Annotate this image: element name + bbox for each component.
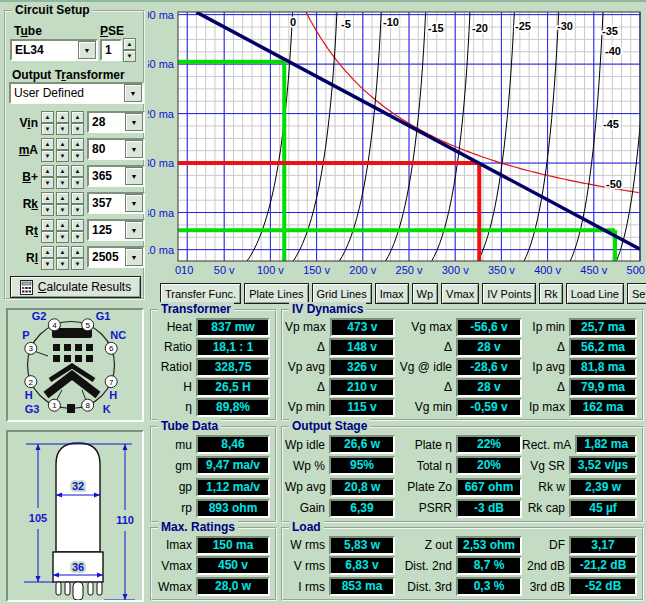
spin-down-button[interactable]: ▼	[41, 258, 54, 270]
field-label: Wp %	[285, 459, 329, 473]
toolbar-button-wp[interactable]: Wp	[412, 283, 439, 304]
field-label: Δ	[395, 380, 456, 394]
chevron-down-icon[interactable]: ▼	[125, 113, 143, 131]
spin-up-button[interactable]: ▲	[41, 111, 54, 123]
output-transformer-value: User Defined	[11, 86, 124, 100]
output-transformer-select[interactable]: User Defined ▼	[9, 82, 144, 104]
toolbar-button-rk[interactable]: Rk	[539, 283, 562, 304]
field-label: V rms	[285, 559, 329, 573]
spin-down-button[interactable]: ▼	[56, 150, 69, 162]
spin-up-button[interactable]: ▲	[71, 111, 84, 123]
result-row: H26,5 H	[154, 378, 270, 397]
spin-up-button[interactable]: ▲	[71, 165, 84, 177]
electrode-structure	[31, 327, 98, 403]
pin-label-g2: G2	[32, 310, 47, 322]
toolbar-button-setup[interactable]: Setup	[627, 283, 646, 304]
spin-up-button[interactable]: ▲	[71, 219, 84, 231]
spin-down-button[interactable]: ▼	[41, 204, 54, 216]
toolbar-button-imax[interactable]: Imax	[375, 283, 409, 304]
field-label: η	[154, 400, 196, 414]
field-value: 28,0 w	[196, 577, 270, 596]
spin-down-button[interactable]: ▼	[71, 150, 84, 162]
plate-curves-svg[interactable]: 0-5-10-15-20-25-30-35-40-45-50200 ma160 …	[148, 2, 646, 280]
toolbar-button-load-line[interactable]: Load Line	[566, 283, 624, 304]
pse-field[interactable]: 1	[100, 39, 122, 61]
plate-curves-graph[interactable]: 0-5-10-15-20-25-30-35-40-45-50200 ma160 …	[148, 2, 646, 280]
spin-down-button[interactable]: ▼	[41, 177, 54, 189]
glass-height-dim: 105	[29, 512, 47, 524]
field-value: 2,39 w	[569, 478, 637, 497]
spin-down-button[interactable]: ▼	[71, 231, 84, 243]
spin-up-button[interactable]: ▲	[71, 192, 84, 204]
svg-text:450 v: 450 v	[580, 264, 607, 276]
spin-down-button[interactable]: ▼	[71, 177, 84, 189]
rl-select[interactable]: 2505 ▼	[87, 246, 145, 268]
chevron-down-icon[interactable]: ▼	[125, 221, 143, 239]
spin-up-button[interactable]: ▲	[41, 219, 54, 231]
toolbar-button-grid-lines[interactable]: Grid Lines	[312, 283, 372, 304]
spin-down-button[interactable]: ▼	[71, 258, 84, 270]
spin-down-button[interactable]: ▼	[56, 231, 69, 243]
circuit-setup-title: Circuit Setup	[12, 3, 93, 17]
result-row: Wmax28,0 w	[154, 577, 270, 596]
chevron-down-icon[interactable]: ▼	[78, 41, 96, 59]
calculate-results-button[interactable]: Calculate Results	[10, 276, 141, 298]
field-value: 8,46	[196, 435, 270, 454]
spin-up-button[interactable]: ▲	[56, 165, 69, 177]
field-value: 26,5 H	[196, 378, 270, 397]
result-row: Rk w2,39 w	[522, 478, 637, 497]
spin-up-button[interactable]: ▲	[56, 192, 69, 204]
spin-down-button[interactable]: ▼	[123, 50, 136, 62]
vin-select[interactable]: 28 ▼	[87, 111, 145, 133]
chevron-down-icon[interactable]: ▼	[124, 84, 142, 102]
field-label: Z out	[395, 538, 456, 552]
ma-select[interactable]: 80 ▼	[87, 138, 145, 160]
spin-up-button[interactable]: ▲	[56, 138, 69, 150]
spin-down-button[interactable]: ▼	[41, 231, 54, 243]
spin-down-button[interactable]: ▼	[56, 123, 69, 135]
spin-up-button[interactable]: ▲	[71, 246, 84, 258]
spin-up-button[interactable]: ▲	[123, 38, 136, 50]
field-label: DF	[522, 538, 569, 552]
result-row: 3rd dB-52 dB	[522, 577, 637, 596]
field-value: 25,7 ma	[569, 318, 637, 337]
rk-select[interactable]: 357 ▼	[87, 192, 145, 214]
spin-down-button[interactable]: ▼	[41, 123, 54, 135]
panel-column: Vp max473 vΔ148 vVp avg326 vΔ210 vVp min…	[285, 317, 395, 417]
spin-up-button[interactable]: ▲	[56, 111, 69, 123]
spin-up-button[interactable]: ▲	[41, 165, 54, 177]
chevron-down-icon[interactable]: ▼	[125, 167, 143, 185]
spin-up-button[interactable]: ▲	[56, 246, 69, 258]
tube-select[interactable]: EL34 ▼	[10, 39, 98, 61]
spin-down-button[interactable]: ▼	[56, 177, 69, 189]
spin-up-button[interactable]: ▲	[56, 219, 69, 231]
spin-down-button[interactable]: ▼	[71, 204, 84, 216]
tube-socket-panel: 1G32H3P4G25G16NC7H8K	[6, 308, 144, 422]
chevron-down-icon[interactable]: ▼	[125, 140, 143, 158]
spin-down-button[interactable]: ▼	[56, 204, 69, 216]
result-row: Ip max162 ma	[522, 398, 637, 417]
toolbar-button-iv-points[interactable]: IV Points	[482, 283, 536, 304]
spin-down-button[interactable]: ▼	[41, 150, 54, 162]
field-label: Rk w	[522, 480, 569, 494]
bplus-label: B+	[8, 170, 38, 184]
spin-up-button[interactable]: ▲	[41, 192, 54, 204]
result-row: gp1,12 ma/v	[154, 478, 270, 497]
y-axis-labels: 200 ma160 ma120 ma80 ma40 ma10 ma	[148, 9, 175, 256]
toolbar-button-transfer-func[interactable]: Transfer Func.	[160, 283, 241, 304]
chevron-down-icon[interactable]: ▼	[125, 248, 143, 266]
svg-text:250 v: 250 v	[396, 264, 423, 276]
chevron-down-icon[interactable]: ▼	[125, 194, 143, 212]
spin-down-button[interactable]: ▼	[56, 258, 69, 270]
bplus-select[interactable]: 365 ▼	[87, 165, 145, 187]
toolbar-button-plate-lines[interactable]: Plate Lines	[244, 283, 308, 304]
panel-column: Plate η22%Total η20%Plate Zo667 ohmPSRR-…	[395, 434, 522, 519]
spin-up-button[interactable]: ▲	[41, 246, 54, 258]
toolbar-button-vmax[interactable]: Vmax	[441, 283, 479, 304]
spin-up-button[interactable]: ▲	[41, 138, 54, 150]
spin-down-button[interactable]: ▼	[71, 123, 84, 135]
spin-up-button[interactable]: ▲	[71, 138, 84, 150]
field-value: 56,2 ma	[569, 338, 637, 357]
svg-text:1: 1	[52, 401, 57, 410]
rt-select[interactable]: 125 ▼	[87, 219, 145, 241]
